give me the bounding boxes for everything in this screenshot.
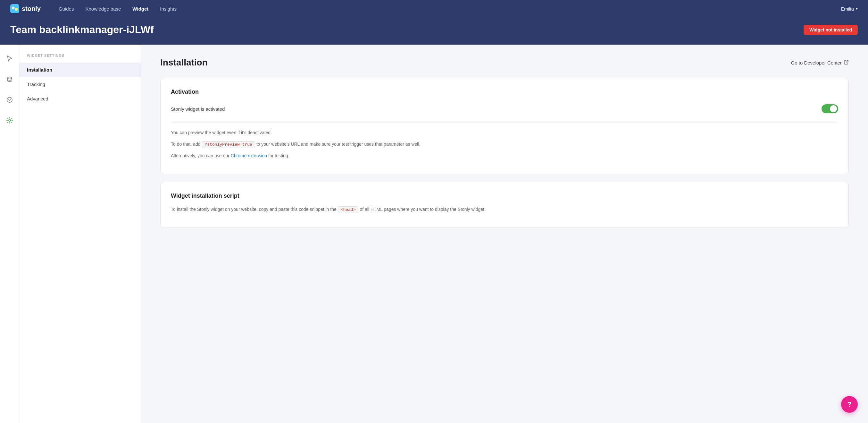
svg-point-8 [9, 119, 10, 121]
preview-text-2-after: to your website's URL and make sure your… [255, 142, 421, 147]
svg-rect-1 [12, 7, 14, 9]
preview-text-2-before: To do that, add [171, 142, 202, 147]
svg-point-3 [7, 77, 12, 79]
install-text-after: of all HTML pages where you want to disp… [359, 207, 485, 212]
user-menu[interactable]: Emilia ▾ [841, 6, 858, 11]
chrome-extension-link[interactable]: Chrome extension [231, 153, 267, 158]
install-text: To install the Stonly widget on your web… [171, 206, 838, 214]
widget-not-installed-badge: Widget not installed [804, 25, 858, 35]
svg-rect-0 [10, 4, 19, 13]
activation-card-title: Activation [171, 89, 838, 95]
preview-text-3-before: Alternatively, you can use our [171, 153, 231, 158]
install-code: <head> [338, 206, 359, 213]
sidebar-item-installation[interactable]: Installation [19, 63, 141, 77]
svg-point-4 [7, 97, 12, 103]
preview-text-1: You can preview the widget even if it's … [171, 129, 838, 137]
nav-guides[interactable]: Guides [54, 4, 79, 13]
installation-script-card: Widget installation script To install th… [160, 182, 849, 228]
help-fab-label: ? [847, 400, 851, 408]
external-link-icon [844, 60, 849, 66]
nav-insights[interactable]: Insights [155, 4, 182, 13]
chevron-down-icon: ▾ [856, 6, 858, 11]
icon-sidebar [0, 45, 19, 423]
user-name: Emilia [841, 6, 854, 11]
content-header: Installation Go to Developer Center [160, 57, 849, 68]
preview-text-3-after: for testing. [267, 153, 289, 158]
cursor-icon[interactable] [3, 52, 16, 65]
settings-sidebar-label: WIDGET SETTINGS [19, 54, 141, 63]
help-fab-button[interactable]: ? [841, 396, 858, 413]
preview-text-2: To do that, add ?stonlyPreview=true to y… [171, 141, 838, 148]
toggle-track [822, 104, 838, 113]
sidebar-item-advanced[interactable]: Advanced [19, 91, 141, 106]
nav-knowledge-base[interactable]: Knowledge base [80, 4, 126, 13]
developer-center-link[interactable]: Go to Developer Center [791, 60, 849, 66]
installation-script-card-title: Widget installation script [171, 193, 838, 199]
gear-icon[interactable] [3, 114, 16, 127]
widget-activated-toggle[interactable] [822, 104, 838, 113]
svg-point-6 [10, 99, 11, 100]
sidebar-item-tracking[interactable]: Tracking [19, 77, 141, 91]
content-area: Installation Go to Developer Center Acti… [141, 45, 868, 423]
preview-text-3: Alternatively, you can use our Chrome ex… [171, 152, 838, 160]
card-divider [171, 122, 838, 122]
page-header: Team backlinkmanager-iJLWf Widget not in… [0, 17, 868, 45]
toggle-thumb [830, 105, 837, 112]
install-text-before: To install the Stonly widget on your web… [171, 207, 338, 212]
svg-point-7 [9, 101, 10, 102]
page-title: Team backlinkmanager-iJLWf [10, 24, 154, 36]
developer-center-label: Go to Developer Center [791, 60, 842, 65]
top-nav: stonly Guides Knowledge base Widget Insi… [0, 0, 868, 17]
content-title: Installation [160, 57, 208, 68]
nav-widget[interactable]: Widget [127, 4, 154, 13]
logo[interactable]: stonly [10, 4, 41, 13]
svg-point-5 [8, 99, 9, 100]
toggle-label: Stonly widget is activated [171, 106, 225, 112]
svg-rect-2 [15, 8, 18, 10]
main-layout: WIDGET SETTINGS Installation Tracking Ad… [0, 45, 868, 423]
nav-links: Guides Knowledge base Widget Insights [54, 4, 841, 13]
activation-card: Activation Stonly widget is activated Yo… [160, 78, 849, 174]
preview-code: ?stonlyPreview=true [202, 141, 255, 148]
database-icon[interactable] [3, 73, 16, 86]
palette-icon[interactable] [3, 93, 16, 106]
settings-sidebar: WIDGET SETTINGS Installation Tracking Ad… [19, 45, 141, 423]
toggle-row: Stonly widget is activated [171, 102, 838, 116]
logo-text: stonly [22, 5, 41, 12]
